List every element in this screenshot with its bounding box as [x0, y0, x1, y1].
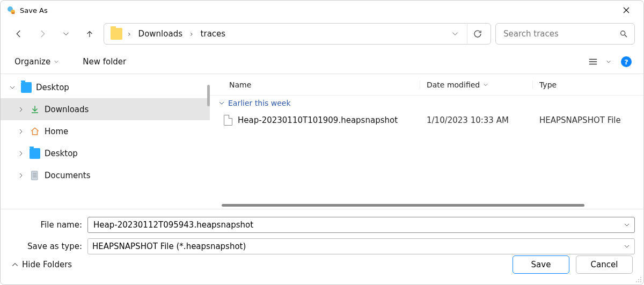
recent-locations-button[interactable]: [56, 24, 76, 43]
view-options-button[interactable]: [583, 53, 603, 70]
chevron-right-icon: ›: [188, 30, 195, 38]
column-header-row: Name Date modified Type: [210, 74, 643, 96]
filename-label: File name:: [9, 220, 87, 230]
file-list[interactable]: Name Date modified Type Earlier this wee…: [210, 74, 643, 209]
save-button[interactable]: Save: [513, 255, 569, 274]
window-title: Save As: [20, 6, 48, 14]
save-label: Save: [531, 260, 551, 269]
tree-item-label: Desktop: [36, 83, 69, 92]
tree-item-label: Downloads: [45, 105, 89, 114]
new-folder-button[interactable]: New folder: [77, 54, 131, 70]
back-button[interactable]: [9, 24, 28, 43]
tree-item-home[interactable]: Home: [1, 120, 210, 142]
footer: Hide Folders Save Cancel: [1, 248, 643, 284]
breadcrumb-part[interactable]: traces: [197, 27, 229, 41]
toolbar: Organize New folder ?: [1, 50, 643, 74]
file-icon: [224, 115, 232, 126]
tree-item-desktop[interactable]: Desktop: [1, 76, 210, 98]
up-button[interactable]: [80, 24, 99, 43]
organize-label: Organize: [14, 57, 50, 67]
folder-tree[interactable]: Desktop Downloads Home Desktop Documents: [1, 74, 210, 209]
column-header-name[interactable]: Name: [210, 81, 420, 89]
desktop-icon: [30, 148, 40, 159]
tree-item-documents[interactable]: Documents: [1, 164, 210, 186]
svg-point-5: [640, 277, 641, 278]
filename-combo[interactable]: [87, 217, 635, 233]
chevron-right-icon[interactable]: [17, 150, 25, 157]
column-header-date[interactable]: Date modified: [420, 81, 533, 89]
chevron-down-icon[interactable]: [624, 222, 630, 228]
home-icon: [30, 126, 40, 137]
download-icon: [30, 104, 40, 115]
svg-point-3: [621, 31, 625, 35]
svg-point-6: [638, 279, 639, 280]
svg-point-8: [636, 281, 637, 282]
view-dropdown[interactable]: [603, 53, 614, 70]
file-date: 1/10/2023 10:33 AM: [420, 115, 533, 125]
file-name: Heap-20230110T101909.heapsnapshot: [238, 115, 398, 125]
address-dropdown[interactable]: [448, 30, 463, 38]
group-header[interactable]: Earlier this week: [210, 96, 643, 111]
svg-point-9: [638, 281, 639, 282]
document-icon: [30, 170, 40, 181]
close-button[interactable]: [616, 1, 637, 20]
search-box[interactable]: [495, 23, 635, 45]
chevron-up-icon: [11, 261, 19, 268]
svg-point-10: [640, 281, 641, 282]
tree-item-desktop2[interactable]: Desktop: [1, 142, 210, 164]
address-bar[interactable]: › Downloads › traces: [104, 23, 491, 45]
search-icon: [619, 30, 628, 38]
chevron-down-icon[interactable]: [8, 84, 17, 91]
chevron-right-icon[interactable]: [17, 128, 25, 135]
help-button[interactable]: ?: [621, 56, 632, 67]
svg-point-7: [640, 279, 641, 280]
group-label: Earlier this week: [228, 99, 291, 107]
hide-folders-label: Hide Folders: [22, 260, 72, 269]
svg-rect-4: [31, 171, 37, 179]
hide-folders-button[interactable]: Hide Folders: [11, 260, 72, 269]
search-input[interactable]: [502, 28, 619, 39]
main-area: Desktop Downloads Home Desktop Documents…: [1, 74, 643, 209]
chevron-down-icon: [54, 59, 59, 64]
file-row[interactable]: Heap-20230110T101909.heapsnapshot 1/10/2…: [210, 111, 643, 130]
forward-button[interactable]: [33, 24, 52, 43]
refresh-button[interactable]: [467, 23, 487, 45]
tree-item-label: Home: [45, 127, 68, 136]
cancel-label: Cancel: [591, 260, 618, 269]
horizontal-scrollbar[interactable]: [222, 204, 584, 207]
titlebar: Save As: [1, 1, 643, 20]
tree-item-label: Documents: [45, 171, 91, 180]
sort-descending-icon: [483, 82, 488, 87]
new-folder-label: New folder: [83, 57, 126, 67]
chevron-right-icon[interactable]: [17, 106, 25, 113]
chevron-right-icon[interactable]: [17, 172, 25, 179]
app-icon: [7, 6, 16, 14]
file-type: HEAPSNAPSHOT File: [533, 115, 643, 125]
tree-item-label: Desktop: [45, 149, 78, 158]
chevron-down-icon: [218, 100, 225, 106]
nav-row: › Downloads › traces: [1, 20, 643, 50]
column-header-date-label: Date modified: [427, 81, 480, 89]
chevron-right-icon: ›: [126, 30, 133, 38]
organize-button[interactable]: Organize: [9, 54, 64, 70]
filename-input[interactable]: [92, 220, 624, 230]
folder-icon: [111, 28, 122, 40]
desktop-icon: [21, 82, 32, 93]
cancel-button[interactable]: Cancel: [576, 255, 633, 274]
breadcrumb-part[interactable]: Downloads: [135, 27, 186, 41]
svg-rect-2: [12, 12, 14, 14]
column-header-type[interactable]: Type: [533, 81, 643, 89]
tree-item-downloads[interactable]: Downloads: [1, 98, 210, 120]
resize-grip[interactable]: [635, 276, 642, 283]
